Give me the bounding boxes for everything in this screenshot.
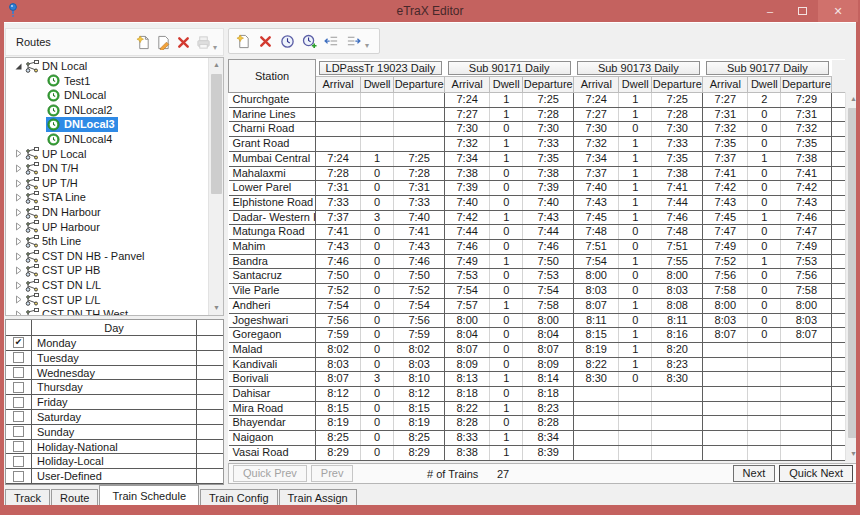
time-cell[interactable]: 7:52 [316, 284, 361, 299]
collapsed-twisty-icon[interactable] [12, 164, 24, 173]
time-cell[interactable]: 8:19 [316, 416, 361, 431]
time-cell[interactable]: 7:32 [574, 137, 619, 152]
time-cell[interactable] [361, 107, 394, 122]
time-cell[interactable]: 7:46 [394, 254, 445, 269]
time-cell[interactable]: 8:00 [523, 313, 574, 328]
time-cell[interactable]: 8:23 [652, 357, 703, 372]
time-cell[interactable] [703, 401, 748, 416]
time-cell[interactable]: 7:50 [394, 269, 445, 284]
time-cell[interactable]: 8:29 [316, 445, 361, 460]
tab-train-assign[interactable]: Train Assign [279, 489, 357, 505]
time-cell[interactable]: 7:39 [523, 181, 574, 196]
time-cell[interactable]: 0 [490, 313, 523, 328]
time-cell[interactable]: 1 [748, 254, 781, 269]
time-cell[interactable]: 7:32 [445, 137, 490, 152]
time-cell[interactable]: 8:02 [316, 342, 361, 357]
time-cell[interactable]: 7:41 [652, 181, 703, 196]
time-cell[interactable]: 8:30 [574, 372, 619, 387]
time-cell[interactable]: 0 [490, 328, 523, 343]
time-cell[interactable]: 7:50 [316, 269, 361, 284]
tab-train-schedule[interactable]: Train Schedule [99, 485, 199, 505]
delete-train-icon[interactable] [255, 31, 275, 51]
time-cell[interactable]: 8:15 [316, 401, 361, 416]
time-cell[interactable]: 1 [490, 254, 523, 269]
time-cell[interactable]: 8:07 [781, 328, 832, 343]
time-cell[interactable]: 0 [490, 122, 523, 137]
tree-scrollbar[interactable]: ▲ ▼ [208, 58, 223, 315]
time-cell[interactable]: 1 [490, 93, 523, 108]
time-cell[interactable]: 7:56 [703, 269, 748, 284]
time-cell[interactable]: 7:45 [574, 210, 619, 225]
time-cell[interactable] [361, 122, 394, 137]
checkbox-tuesday[interactable] [13, 352, 24, 363]
maximize-button[interactable] [786, 0, 818, 22]
time-cell[interactable]: 7:24 [316, 151, 361, 166]
time-cell[interactable]: 8:14 [523, 372, 574, 387]
time-cell[interactable]: 1 [619, 328, 652, 343]
time-cell[interactable] [394, 122, 445, 137]
collapsed-twisty-icon[interactable] [12, 208, 24, 217]
time-cell[interactable]: 7:32 [703, 122, 748, 137]
time-cell[interactable]: 7:37 [703, 151, 748, 166]
train-header-sub-90171-daily[interactable]: Sub 90171 Daily [448, 61, 571, 75]
train-header-ldpasstr-19023-daily[interactable]: LDPassTr 19023 Daily [319, 61, 442, 75]
checkbox-monday[interactable]: ✔ [13, 337, 24, 348]
time-cell[interactable]: 0 [361, 313, 394, 328]
tree-item-sta-line[interactable]: STA Line [6, 190, 208, 205]
collapsed-twisty-icon[interactable] [12, 310, 24, 315]
time-cell[interactable]: 8:16 [652, 328, 703, 343]
time-cell[interactable]: 7:30 [523, 122, 574, 137]
time-cell[interactable]: 8:00 [781, 298, 832, 313]
time-cell[interactable]: 0 [619, 269, 652, 284]
time-cell[interactable]: 0 [748, 298, 781, 313]
tree-item-dn-local[interactable]: DN Local [6, 59, 208, 74]
time-cell[interactable]: 0 [361, 328, 394, 343]
time-cell[interactable]: 7:35 [781, 137, 832, 152]
time-cell[interactable] [748, 416, 781, 431]
new-train-icon[interactable] [233, 31, 253, 51]
time-cell[interactable]: 1 [619, 107, 652, 122]
time-cell[interactable]: 7:53 [781, 254, 832, 269]
time-cell[interactable] [703, 357, 748, 372]
time-cell[interactable]: 8:09 [523, 357, 574, 372]
time-cell[interactable]: 8:08 [652, 298, 703, 313]
time-cell[interactable]: 8:07 [445, 342, 490, 357]
time-cell[interactable]: 7:31 [316, 181, 361, 196]
time-cell[interactable]: 0 [490, 284, 523, 299]
tree-item-dn-harbour[interactable]: DN Harbour [6, 205, 208, 220]
tree-item-up-local[interactable]: UP Local [6, 147, 208, 162]
time-cell[interactable]: 1 [619, 166, 652, 181]
time-cell[interactable]: 7:43 [781, 195, 832, 210]
time-cell[interactable]: 7:44 [652, 195, 703, 210]
routes-toolbar-overflow[interactable]: ▾ [213, 43, 223, 55]
tree-item-cst-dn-hb-panvel[interactable]: CST DN HB - Panvel [6, 249, 208, 264]
time-cell[interactable]: 8:04 [445, 328, 490, 343]
tree-item-dnlocal4[interactable]: DNLocal4 [6, 132, 208, 147]
time-cell[interactable]: 7:42 [445, 210, 490, 225]
time-cell[interactable]: 8:30 [652, 372, 703, 387]
time-cell[interactable]: 7:42 [703, 181, 748, 196]
tree-item-cst-dn-l-l[interactable]: CST DN L/L [6, 278, 208, 293]
time-cell[interactable]: 7:46 [445, 240, 490, 255]
time-cell[interactable]: 7:38 [781, 151, 832, 166]
close-button[interactable]: ✕ [818, 0, 858, 22]
time-cell[interactable]: 8:12 [394, 387, 445, 402]
time-cell[interactable]: 7:33 [316, 195, 361, 210]
schedule-toolbar-overflow[interactable]: ▾ [365, 41, 375, 53]
time-cell[interactable] [781, 372, 832, 387]
time-cell[interactable] [652, 416, 703, 431]
time-cell[interactable]: 8:18 [445, 387, 490, 402]
time-cell[interactable]: 3 [361, 372, 394, 387]
time-cell[interactable]: 7:38 [523, 166, 574, 181]
checkbox-friday[interactable] [13, 397, 24, 408]
time-cell[interactable] [781, 445, 832, 460]
time-cell[interactable]: 0 [490, 342, 523, 357]
time-cell[interactable]: 0 [490, 225, 523, 240]
collapsed-twisty-icon[interactable] [12, 179, 24, 188]
time-cell[interactable]: 7:33 [394, 195, 445, 210]
time-cell[interactable]: 8:11 [574, 313, 619, 328]
time-cell[interactable]: 0 [619, 225, 652, 240]
time-cell[interactable] [361, 137, 394, 152]
time-cell[interactable]: 7:32 [781, 122, 832, 137]
time-cell[interactable]: 7:25 [652, 93, 703, 108]
